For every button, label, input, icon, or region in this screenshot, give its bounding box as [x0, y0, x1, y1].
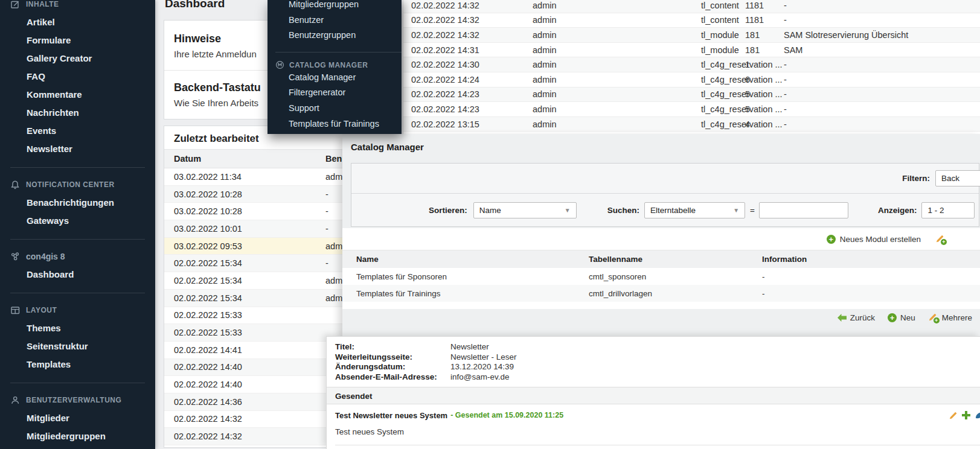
cell-info: SAM Slotreservierung Übersicht [784, 30, 980, 40]
sort-select[interactable]: Name ▼ [473, 202, 577, 218]
menu-item[interactable]: Templates für Trainings [267, 116, 402, 132]
activity-row: 02.02.2022 14:23 admin tl_c4g_reservatio… [403, 102, 980, 117]
field-label: Weiterleitungsseite: [335, 352, 450, 363]
cell-name: Templates für Sponsoren [356, 272, 589, 281]
cell-user: admin [533, 104, 701, 114]
cell-date: 03.02.2022 10:28 [174, 206, 325, 216]
activity-row: 02.02.2022 14:31 admin tl_module 181 SAM [403, 43, 980, 58]
cell-info: - [784, 60, 980, 69]
plus-icon[interactable] [962, 411, 970, 419]
activity-row: 02.02.2022 14:32 admin tl_content 1181 - [403, 0, 980, 13]
sidebar-section-inhalte: INHALTE [0, 0, 155, 13]
sidebar-item[interactable]: Gallery Creator [0, 49, 155, 68]
sidebar-item[interactable]: Nachrichten [0, 104, 155, 122]
table-row: 03.02.2022 10:28 - [164, 186, 356, 203]
sidebar-item[interactable]: Templates [0, 355, 155, 374]
newsletter-list-item: Test Newsletter neues System - Gesendet … [327, 409, 980, 421]
cell-info: - [784, 15, 980, 25]
cell-user: admin [533, 45, 701, 55]
cell-date: 02.02.2022 14:41 [174, 345, 325, 355]
table-row: Templates für Sponsoren cmtl_sponsoren - [342, 268, 980, 285]
catalog-manager-title: Catalog Manager [342, 134, 980, 153]
search-field-select[interactable]: Elterntabelle ▼ [644, 202, 745, 218]
blue-action-icon[interactable] [975, 411, 980, 419]
sidebar-item[interactable]: Mitgliedergruppen [0, 427, 155, 445]
cell-id: 1 [745, 60, 784, 69]
pencil-icon[interactable] [949, 411, 958, 420]
cell-id: 6 [745, 75, 784, 84]
sidebar-item[interactable]: Newsletter [0, 140, 155, 158]
sidebar-section-label: INHALTE [26, 0, 59, 8]
field-row: Absender-E-Mail-Adresse: info@sam-ev.de [335, 372, 980, 383]
cell-name: Templates für Trainings [356, 289, 589, 298]
sidebar-item[interactable]: Themes [0, 319, 155, 337]
show-range-select[interactable]: 1 - 2 [921, 202, 975, 218]
cell-date: 02.02.2022 15:34 [174, 258, 325, 268]
cell-info: - [784, 1, 980, 10]
equals-sign: = [750, 206, 755, 215]
cell-table: tl_c4g_reservation ... [701, 75, 745, 84]
cell-tablename: cmtl_drillvorlagen [589, 289, 762, 298]
activity-row: 02.02.2022 14:24 admin tl_c4g_reservatio… [403, 72, 980, 88]
search-input[interactable] [759, 202, 848, 218]
cell-table: tl_c4g_reservation ... [701, 89, 745, 99]
field-value: Newsletter - Leser [450, 352, 980, 363]
field-value: info@sam-ev.de [450, 372, 980, 383]
pencil-plus-icon [928, 313, 938, 322]
cell-user: admin [533, 30, 701, 40]
cell-datetime: 02.02.2022 14:24 [411, 75, 533, 84]
activity-row: 02.02.2022 14:23 admin tl_c4g_reservatio… [403, 88, 980, 103]
cell-date: 02.02.2022 14:36 [174, 397, 325, 407]
column-header-name: Name [356, 255, 589, 264]
cell-datetime: 02.02.2022 14:23 [411, 104, 533, 114]
menu-item[interactable]: Catalog Manager [267, 70, 402, 86]
cell-table: tl_c4g_reservation ... [701, 119, 745, 129]
sidebar-item[interactable]: Dashboard [0, 266, 155, 284]
sidebar-item[interactable]: Events [0, 122, 155, 140]
sidebar-item[interactable]: Seitenstruktur [0, 337, 155, 355]
menu-item[interactable]: Filtergenerator [267, 85, 402, 101]
filter-select[interactable]: Back [935, 170, 980, 186]
sidebar-item[interactable]: Formulare [0, 31, 155, 49]
cell-datetime: 02.02.2022 14:23 [411, 89, 533, 99]
arrow-left-icon [837, 314, 847, 322]
cell-datetime: 02.02.2022 14:32 [411, 1, 533, 10]
sidebar: INHALTE Artikel Formulare Gallery Creato… [0, 0, 155, 449]
sidebar-item[interactable]: Artikel [0, 13, 155, 31]
plus-circle-icon [888, 313, 897, 322]
sidebar-divider [10, 383, 145, 383]
table-row: 03.02.2022 10:28 - [164, 203, 356, 220]
activity-row: 02.02.2022 14:32 admin tl_module 181 SAM… [403, 28, 980, 43]
sidebar-item[interactable]: Kommentare [0, 86, 155, 104]
field-label: Titel: [335, 342, 450, 352]
edit-square-icon [10, 0, 20, 9]
sidebar-item[interactable]: FAQ [0, 68, 155, 86]
new-module-link[interactable]: Neues Modul erstellen [840, 235, 921, 244]
back-button[interactable]: Zurück [837, 313, 875, 322]
chevron-down-icon: ▼ [565, 207, 571, 214]
cell-date: 03.02.2022 09:53 [174, 241, 325, 251]
table-row: 03.02.2022 10:01 - [164, 220, 356, 238]
cm-circle-icon [275, 60, 284, 69]
menu-item[interactable]: Mitgliedergruppen [267, 0, 402, 13]
new-button[interactable]: Neu [888, 313, 915, 322]
search-label: Suchen: [607, 206, 639, 215]
menu-item[interactable]: Benutzergruppen [267, 28, 402, 43]
cell-date: 02.02.2022 15:33 [174, 310, 325, 320]
edit-multiple-button[interactable]: Mehrere [928, 313, 972, 322]
field-row: Titel: Newsletter [335, 342, 980, 352]
menu-item[interactable]: Benutzer [267, 13, 402, 28]
sidebar-section-benutzerverwaltung: BENUTZERVERWALTUNG [0, 391, 155, 409]
sidebar-item[interactable]: Benachrichtigungen [0, 194, 155, 212]
menu-item[interactable]: Support [267, 101, 402, 116]
sidebar-item[interactable]: Mitglieder [0, 409, 155, 427]
field-value: Newsletter [450, 342, 980, 352]
menu-section-label: CATALOG MANAGER [289, 61, 368, 69]
filter-panel: Filtern: Back Sortieren: Name ▼ Suchen: … [351, 163, 979, 227]
sidebar-item[interactable]: Gateways [0, 212, 155, 230]
chevron-down-icon: ▼ [733, 207, 739, 214]
activity-log-table: 02.02.2022 14:32 admin tl_content 1181 -… [403, 0, 980, 134]
pencil-plus-icon[interactable] [935, 234, 946, 244]
column-header-information: Information [762, 255, 980, 264]
cell-information: - [762, 272, 980, 281]
